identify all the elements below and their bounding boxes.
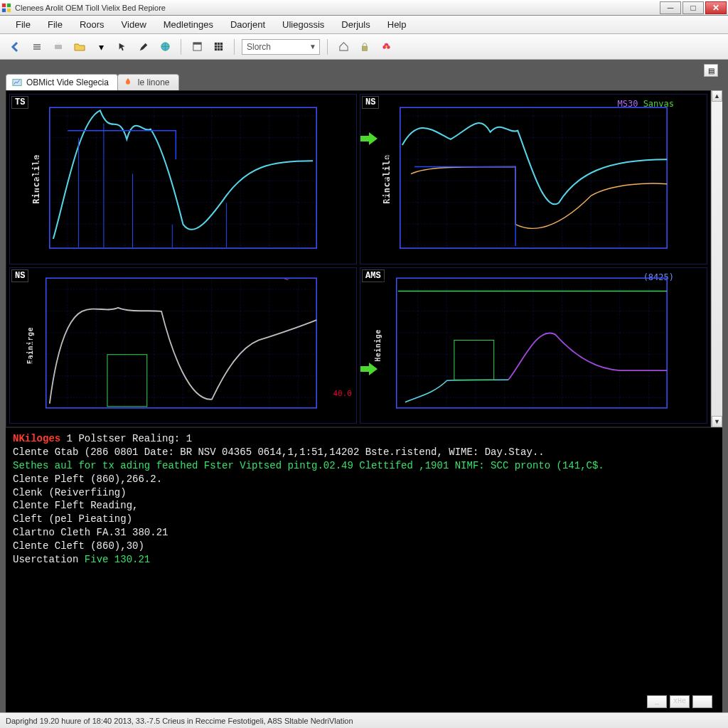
ytick: 4 xyxy=(382,278,391,287)
ytick: 60 xyxy=(382,298,391,307)
console-text: Userctation xyxy=(13,554,85,565)
ytick: 120 xyxy=(31,107,46,117)
back-button[interactable] xyxy=(7,38,24,55)
xtick: 14155G xyxy=(289,250,317,259)
svg-rect-19 xyxy=(400,107,667,248)
dropdown-icon[interactable]: ▾ xyxy=(92,38,109,55)
ytick: 10 xyxy=(382,356,391,365)
rytick: 60.00 xyxy=(328,286,352,295)
ytick: 20 xyxy=(30,278,39,287)
vertical-scrollbar[interactable]: ▲ ▼ xyxy=(711,90,722,427)
console-line: Cleft (pel Pieating) xyxy=(13,513,715,526)
menu-daorject[interactable]: Daorjent xyxy=(223,17,272,32)
rytick: 6400 xyxy=(328,363,352,373)
menu-uliegossis[interactable]: Uliegossis xyxy=(275,17,331,32)
minimize-button[interactable]: ─ xyxy=(660,1,681,14)
ytick: 7 xyxy=(31,188,46,197)
svg-rect-9 xyxy=(193,43,200,45)
ytick: 14 xyxy=(31,124,46,133)
console[interactable]: NKiloges 1 Polstser Realing: 1 Clente Gt… xyxy=(6,427,722,712)
console-text: ealing: 1 xyxy=(138,433,192,444)
console-text: Five 130.21 xyxy=(85,554,150,565)
chart-container: TS Rincalile 120 14 21 10 20 7 10 1 0 xyxy=(6,90,711,427)
status-text: Daprighd 19.20 huure of 18:40 2013, 33.-… xyxy=(6,717,353,725)
scroll-down-button[interactable]: ▼ xyxy=(712,416,722,427)
rytick: 10.00 xyxy=(328,311,352,321)
xtick: 14085 xyxy=(644,250,668,259)
home-icon[interactable] xyxy=(335,38,352,55)
ytick: 20 xyxy=(30,337,39,346)
app-icon xyxy=(1,3,11,13)
rytick: 11.90 xyxy=(328,189,352,198)
flower-icon[interactable] xyxy=(378,38,395,55)
ytick: 10 xyxy=(30,356,39,365)
svg-rect-1 xyxy=(7,3,11,6)
ytick: 20 xyxy=(30,298,39,307)
window-icon[interactable] xyxy=(188,38,205,55)
cursor-icon[interactable] xyxy=(114,38,131,55)
folder-icon[interactable] xyxy=(71,38,88,55)
rytick: 66.00 xyxy=(328,226,352,235)
mini-button-1[interactable]: ⎯ xyxy=(647,695,667,708)
tab-strip: OBMict Vide Slegecia le linone xyxy=(6,74,722,90)
maximize-button[interactable]: □ xyxy=(682,1,704,14)
ytick: 1 xyxy=(382,376,391,385)
tab-obmict-vide[interactable]: OBMict Vide Slegecia xyxy=(6,74,118,90)
console-text: 1 Polstser R xyxy=(60,433,138,444)
menu-file2[interactable]: File xyxy=(41,17,70,32)
chart-panel-ns-bottom[interactable]: NS Eainirge ~ 20 20 72 20 10 40 0 60.00 … xyxy=(9,267,357,424)
chart-panel-ns-top[interactable]: NS Rincalile MS30 Sanvas 1000 1000 1000 … xyxy=(360,94,707,264)
rytick: 4300 xyxy=(684,116,703,125)
close-button[interactable]: ✕ xyxy=(705,1,727,14)
chart-panel-ts[interactable]: TS Rincalile 120 14 21 10 20 7 10 1 0 xyxy=(9,94,357,264)
menu-derjuls[interactable]: Derjuls xyxy=(334,17,377,32)
menu-view[interactable]: Videw xyxy=(114,17,154,32)
svg-rect-17 xyxy=(50,107,316,248)
forward-button[interactable] xyxy=(28,38,46,55)
menu-file[interactable]: File xyxy=(9,17,38,32)
ytick: 80 xyxy=(379,215,398,224)
rytick: 81.20 xyxy=(328,116,352,125)
chart-panel-ams[interactable]: AMS Heinige (8425) 4 60 10 20 10 1 0 xyxy=(360,267,707,424)
svg-rect-4 xyxy=(55,45,62,49)
xtick: 86 xyxy=(396,411,405,420)
svg-rect-3 xyxy=(7,8,11,11)
globe-icon[interactable] xyxy=(156,38,173,55)
search-combo[interactable]: Slorch ▼ xyxy=(242,39,320,55)
chevron-down-icon: ▼ xyxy=(309,43,316,50)
scroll-up-button[interactable]: ▲ xyxy=(712,90,722,102)
menu-help[interactable]: Help xyxy=(380,17,414,32)
mini-button-2[interactable]: xHe xyxy=(670,695,690,708)
ytick: 1 xyxy=(31,220,46,229)
print-icon[interactable] xyxy=(50,38,67,55)
ytick: 1000 xyxy=(379,133,398,142)
menu-medletinges[interactable]: Medletinges xyxy=(156,17,220,32)
xtick: 201 xyxy=(46,411,60,420)
xtick: 790 xyxy=(581,250,595,259)
lock-icon[interactable] xyxy=(356,38,373,55)
pen-icon[interactable] xyxy=(135,38,152,55)
panel-control-button[interactable]: ▤ xyxy=(704,64,718,77)
menu-bar: File File Roors Videw Medletinges Daorje… xyxy=(0,16,728,34)
xtick: 1 xyxy=(527,250,532,259)
xtick: 80I1 xyxy=(400,250,419,259)
xtick: 1.9001 xyxy=(515,411,544,420)
xtick: S1 xyxy=(100,250,109,259)
menu-roors[interactable]: Roors xyxy=(73,17,112,32)
xtick: @ xyxy=(427,411,432,420)
status-bar: Daprighd 19.20 huure of 18:40 2013, 33.-… xyxy=(0,712,728,728)
xtick: 19083 xyxy=(651,411,675,420)
grid-icon[interactable] xyxy=(210,38,227,55)
xtick: 15 xyxy=(167,411,176,420)
console-line: Clente Cleft (860),30) xyxy=(13,540,715,553)
ytick: 21 xyxy=(31,139,46,149)
rytick: 44.90 xyxy=(328,153,352,162)
mini-button-3[interactable] xyxy=(692,695,712,708)
xtick: 40I1 xyxy=(49,250,68,259)
xtick: 15IG xyxy=(611,411,630,420)
toolbar-separator-2 xyxy=(234,39,235,55)
tab-le-linone[interactable]: le linone xyxy=(117,74,179,90)
search-placeholder: Slorch xyxy=(247,42,271,52)
tab-active-label: OBMict Vide Slegecia xyxy=(26,77,109,87)
xtick: 19200 xyxy=(206,411,230,420)
